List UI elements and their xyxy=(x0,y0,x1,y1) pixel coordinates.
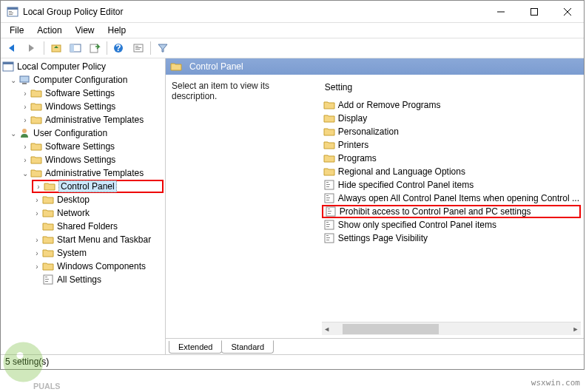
folder-icon xyxy=(323,126,335,138)
setting-policy[interactable]: Show only specified Control Panel items xyxy=(322,218,581,232)
menu-view[interactable]: View xyxy=(70,24,101,37)
expand-icon[interactable]: › xyxy=(33,183,44,191)
setting-folder[interactable]: Printers xyxy=(322,138,581,152)
expand-icon[interactable]: › xyxy=(32,209,42,217)
svg-rect-46 xyxy=(326,237,330,238)
scroll-left-icon[interactable]: ◄ xyxy=(322,325,332,333)
svg-rect-33 xyxy=(326,195,329,196)
up-button[interactable] xyxy=(47,40,65,56)
setting-policy[interactable]: Hide specified Control Panel items xyxy=(322,178,581,192)
folder-icon xyxy=(30,87,42,99)
folder-icon xyxy=(30,154,42,166)
separator xyxy=(150,41,151,55)
collapse-icon[interactable]: ⌄ xyxy=(20,169,30,178)
settings-header[interactable]: Setting xyxy=(322,81,581,94)
tab-standard[interactable]: Standard xyxy=(221,340,274,354)
svg-rect-45 xyxy=(326,235,329,236)
expand-icon[interactable]: › xyxy=(20,89,30,98)
policy-item-icon xyxy=(323,179,335,191)
close-button[interactable] xyxy=(550,1,584,22)
show-hide-tree-button[interactable] xyxy=(67,40,84,56)
setting-folder[interactable]: Regional and Language Options xyxy=(322,165,581,178)
svg-rect-11 xyxy=(70,44,74,52)
forward-button[interactable] xyxy=(23,40,41,56)
folder-icon xyxy=(44,180,55,192)
tree-user-config[interactable]: ⌄ User Configuration xyxy=(8,126,164,140)
tree-item[interactable]: ›Start Menu and Taskbar xyxy=(32,233,164,246)
tree-control-panel[interactable]: ›Control Panel xyxy=(32,180,164,193)
expand-icon[interactable]: › xyxy=(20,116,30,124)
maximize-button[interactable] xyxy=(517,1,550,22)
view-tabs: Extended Standard xyxy=(166,338,584,354)
tree-item[interactable]: ›Administrative Templates xyxy=(20,113,164,126)
tree-root[interactable]: Local Computer Policy xyxy=(2,60,164,73)
statusbar: 5 setting(s) xyxy=(1,354,584,369)
computer-icon xyxy=(18,74,30,86)
minimize-button[interactable] xyxy=(484,1,517,22)
svg-text:PUALS: PUALS xyxy=(33,382,61,391)
menu-file[interactable]: File xyxy=(4,24,30,37)
svg-rect-43 xyxy=(326,226,329,227)
folder-icon xyxy=(30,167,42,179)
svg-rect-47 xyxy=(326,240,329,240)
tree-pane[interactable]: Local Computer Policy ⌄ Computer Configu… xyxy=(1,58,166,354)
watermark-text: wsxwin.com xyxy=(531,378,580,388)
expand-icon[interactable]: › xyxy=(32,236,42,244)
policy-item-icon xyxy=(323,192,335,204)
tree-item[interactable]: ›Network xyxy=(32,206,164,220)
setting-prohibit-access[interactable]: Prohibit access to Control Panel and PC … xyxy=(322,205,581,218)
tree-item[interactable]: ›Windows Settings xyxy=(20,100,164,113)
scroll-right-icon[interactable]: ► xyxy=(570,325,581,333)
svg-point-23 xyxy=(22,129,27,133)
help-button[interactable]: ? xyxy=(110,40,128,56)
expand-icon[interactable]: › xyxy=(32,263,42,271)
tree-computer-config[interactable]: ⌄ Computer Configuration xyxy=(8,73,164,87)
svg-rect-35 xyxy=(326,200,329,200)
tree-item[interactable]: ›Windows Settings xyxy=(20,153,164,166)
setting-folder[interactable]: Display xyxy=(322,112,581,125)
expand-icon[interactable]: › xyxy=(20,156,30,164)
horizontal-scrollbar[interactable]: ◄ ► xyxy=(322,322,581,335)
tree-admin-templates[interactable]: ⌄Administrative Templates xyxy=(20,166,164,180)
tree-item[interactable]: ›Software Settings xyxy=(20,140,164,153)
tree-item[interactable]: Shared Folders xyxy=(32,220,164,233)
setting-policy[interactable]: Settings Page Visibility xyxy=(322,232,581,245)
collapse-icon[interactable]: ⌄ xyxy=(8,76,18,84)
tab-extended[interactable]: Extended xyxy=(169,341,222,354)
menu-help[interactable]: Help xyxy=(102,24,132,37)
expand-icon[interactable]: › xyxy=(20,103,30,111)
scroll-thumb[interactable] xyxy=(343,324,439,334)
collapse-icon[interactable]: ⌄ xyxy=(8,129,18,138)
setting-folder[interactable]: Programs xyxy=(322,152,581,165)
svg-rect-3 xyxy=(9,13,13,13)
export-button[interactable] xyxy=(86,40,104,56)
svg-rect-38 xyxy=(328,211,331,212)
tree-item[interactable]: ›Windows Components xyxy=(32,260,164,273)
svg-rect-21 xyxy=(20,76,29,82)
folder-icon xyxy=(42,194,54,206)
setting-folder[interactable]: Personalization xyxy=(322,125,581,138)
filter-button[interactable] xyxy=(154,40,172,56)
menu-action[interactable]: Action xyxy=(31,24,67,37)
policy-item-icon xyxy=(323,232,335,244)
tree-item[interactable]: All Settings xyxy=(32,273,164,286)
folder-icon xyxy=(170,61,182,72)
properties-button[interactable] xyxy=(129,40,147,56)
expand-icon[interactable]: › xyxy=(32,196,42,204)
tree-item[interactable]: ›Software Settings xyxy=(20,87,164,100)
folder-icon xyxy=(42,234,54,246)
expand-icon[interactable]: › xyxy=(20,143,30,151)
folder-icon xyxy=(42,220,54,232)
tree-item[interactable]: ›Desktop xyxy=(32,193,164,206)
tree-item[interactable]: ›System xyxy=(32,246,164,260)
status-text: 5 setting(s) xyxy=(5,356,49,367)
svg-rect-6 xyxy=(531,8,537,15)
folder-icon xyxy=(323,152,335,164)
svg-rect-41 xyxy=(326,222,329,223)
setting-policy[interactable]: Always open All Control Panel Items when… xyxy=(322,192,581,205)
back-button[interactable] xyxy=(4,40,21,56)
svg-rect-42 xyxy=(326,224,330,225)
setting-folder[interactable]: Add or Remove Programs xyxy=(322,98,581,112)
expand-icon[interactable]: › xyxy=(32,249,42,257)
svg-rect-1 xyxy=(7,7,18,10)
